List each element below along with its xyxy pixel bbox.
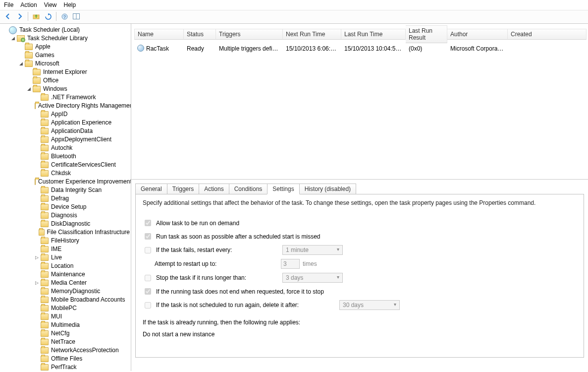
tree-folder[interactable]: Bluetooth <box>33 152 131 161</box>
tree-folder[interactable]: Customer Experience Improvement Program <box>33 178 131 186</box>
menu-action[interactable]: Action <box>20 1 37 8</box>
tree-folder[interactable]: MUI <box>33 312 131 321</box>
expand-icon[interactable]: ▷ <box>34 280 40 286</box>
expand-icon[interactable] <box>34 204 40 210</box>
expand-icon[interactable] <box>34 196 40 202</box>
tree-folder[interactable]: NetworkAccessProtection <box>33 346 131 355</box>
expand-icon[interactable] <box>34 314 40 320</box>
tree-folder[interactable]: Offline Files <box>33 355 131 363</box>
tree-folder-office[interactable]: Office <box>25 76 131 85</box>
tree-folder[interactable]: Application Experience <box>33 119 131 127</box>
expand-icon[interactable] <box>34 120 40 126</box>
input-attempt-count[interactable]: 3 <box>281 259 300 269</box>
tree-folder[interactable]: AppxDeploymentClient <box>33 135 131 144</box>
expand-icon[interactable] <box>34 171 40 177</box>
checkbox-restart[interactable] <box>145 247 151 253</box>
tree-folder[interactable]: Diagnosis <box>33 211 131 220</box>
tree-folder[interactable]: Maintenance <box>33 270 131 279</box>
expand-icon[interactable] <box>34 221 40 227</box>
collapse-icon[interactable]: ◢ <box>10 36 16 42</box>
expand-icon[interactable] <box>34 230 38 236</box>
expand-icon[interactable] <box>34 112 40 118</box>
col-last[interactable]: Last Run Time <box>341 29 406 40</box>
tree-folder[interactable]: File Classification Infrastructure <box>33 228 131 237</box>
tree-folder[interactable]: Data Integrity Scan <box>33 186 131 194</box>
expand-icon[interactable] <box>34 145 40 151</box>
tree-folder[interactable]: NetTrace <box>33 338 131 346</box>
tree-folder[interactable]: DiskDiagnostic <box>33 220 131 228</box>
tree-folder[interactable]: ▷Media Center <box>33 279 131 287</box>
expand-icon[interactable]: ▷ <box>34 255 40 261</box>
expand-icon[interactable] <box>34 95 40 101</box>
expand-icon[interactable] <box>34 213 40 219</box>
tab-settings[interactable]: Settings <box>267 184 299 194</box>
col-triggers[interactable]: Triggers <box>216 29 283 40</box>
tab-conditions[interactable]: Conditions <box>229 184 268 194</box>
expand-icon[interactable] <box>34 137 40 143</box>
tree-folder[interactable]: Defrag <box>33 194 131 203</box>
tree-folder[interactable]: ApplicationData <box>33 127 131 135</box>
tree-folder[interactable]: CertificateServicesClient <box>33 161 131 169</box>
expand-icon[interactable] <box>34 162 40 168</box>
expand-icon[interactable] <box>34 339 40 345</box>
expand-icon[interactable] <box>34 365 40 371</box>
task-list[interactable]: Name Status Triggers Next Run Time Last … <box>131 24 588 180</box>
expand-icon[interactable] <box>34 356 40 362</box>
tree-folder-ie[interactable]: Internet Explorer <box>25 68 131 76</box>
checkbox-force-stop[interactable] <box>145 288 151 295</box>
col-status[interactable]: Status <box>184 29 216 40</box>
tree-folder[interactable]: FileHistory <box>33 237 131 245</box>
expand-icon[interactable] <box>34 331 40 337</box>
tree-folder[interactable]: Location <box>33 262 131 270</box>
expand-icon[interactable] <box>34 128 40 134</box>
tree-folder[interactable]: Chkdsk <box>33 169 131 178</box>
tree-folder-apple[interactable]: Apple <box>17 43 131 51</box>
expand-icon[interactable] <box>34 187 40 193</box>
tree-folder[interactable]: MemoryDiagnostic <box>33 287 131 296</box>
task-row[interactable]: RacTask Ready Multiple triggers defined … <box>134 44 587 53</box>
refresh-button[interactable] <box>43 11 53 21</box>
tree-folder[interactable]: NetCfg <box>33 329 131 338</box>
tree-folder-windows[interactable]: ◢Windows <box>25 85 131 93</box>
collapse-icon[interactable]: ◢ <box>26 86 32 92</box>
expand-icon[interactable] <box>34 306 40 311</box>
tree-folder[interactable]: Autochk <box>33 144 131 152</box>
forward-button[interactable] <box>15 11 25 21</box>
col-next[interactable]: Next Run Time <box>283 29 341 40</box>
menu-view[interactable]: View <box>44 1 57 8</box>
tab-triggers[interactable]: Triggers <box>167 184 200 194</box>
checkbox-run-asap[interactable] <box>145 233 151 240</box>
tree-folder[interactable]: .NET Framework <box>33 93 131 102</box>
expand-icon[interactable] <box>34 238 40 244</box>
tab-history[interactable]: History (disabled) <box>299 184 356 194</box>
tree-folder[interactable]: Device Setup <box>33 203 131 211</box>
tab-general[interactable]: General <box>135 184 167 194</box>
combo-delete-after[interactable]: 30 days <box>339 300 400 310</box>
up-button[interactable] <box>31 11 41 21</box>
tree-folder[interactable]: Mobile Broadband Accounts <box>33 296 131 304</box>
tree-folder-games[interactable]: Games <box>17 51 131 60</box>
tree-folder[interactable]: AppID <box>33 110 131 119</box>
tree-folder[interactable]: ▷Live <box>33 253 131 262</box>
panes-button[interactable] <box>71 11 81 21</box>
expand-icon[interactable] <box>34 247 40 252</box>
expand-icon[interactable] <box>34 297 40 303</box>
back-button[interactable] <box>3 11 13 21</box>
tree-root[interactable]: Task Scheduler (Local) <box>1 26 131 34</box>
tree-folder[interactable]: Active Directory Rights Management Servi… <box>33 102 131 110</box>
expand-icon[interactable] <box>34 272 40 278</box>
col-name[interactable]: Name <box>134 29 184 40</box>
expand-icon[interactable] <box>34 154 40 160</box>
tree-folder[interactable]: IME <box>33 245 131 253</box>
combo-restart-interval[interactable]: 1 minute <box>282 245 343 255</box>
collapse-icon[interactable]: ◢ <box>18 61 24 67</box>
expand-icon[interactable] <box>34 348 40 354</box>
menu-file[interactable]: File <box>4 1 13 8</box>
menu-help[interactable]: Help <box>64 1 76 8</box>
collapse-icon[interactable] <box>2 27 8 33</box>
tree-library[interactable]: ◢ Task Scheduler Library <box>9 34 131 43</box>
tree-folder-microsoft[interactable]: ◢Microsoft <box>17 60 131 68</box>
checkbox-stop-long[interactable] <box>145 275 151 281</box>
expand-icon[interactable] <box>34 322 40 328</box>
navigation-tree[interactable]: Task Scheduler (Local) ◢ Task Scheduler … <box>0 24 131 371</box>
